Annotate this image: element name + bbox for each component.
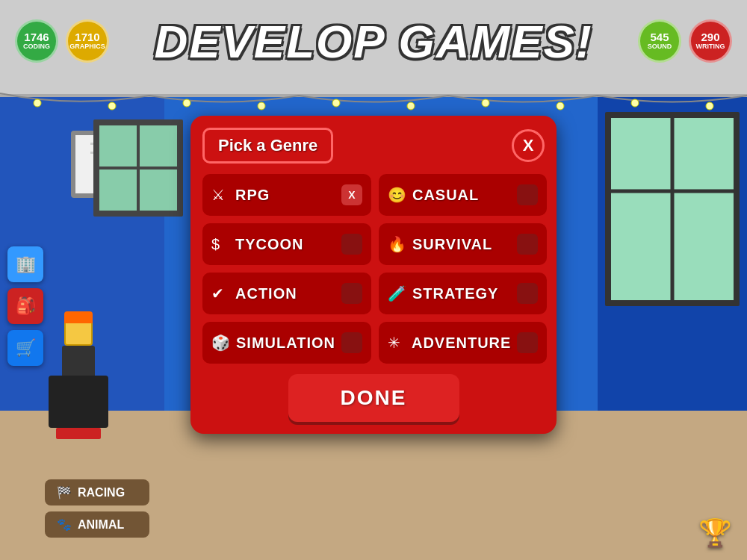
casual-label: CASUAL — [412, 187, 479, 204]
adventure-icon: ✳ — [388, 334, 406, 352]
simulation-icon: 🎲 — [211, 334, 230, 352]
modal-header: Pick a Genre X — [202, 128, 545, 164]
done-button[interactable]: DONE — [288, 374, 459, 422]
sidebar: 🏢 🎒 🛒 — [7, 246, 43, 366]
rpg-icon: ⚔ — [211, 186, 229, 204]
genre-grid: ⚔ RPG X 😊 CASUAL $ TYCOON 🔥 SURVIVAL ✔ A… — [202, 174, 545, 364]
writing-label: WRITING — [696, 43, 725, 51]
survival-icon: 🔥 — [388, 235, 406, 253]
survival-check — [517, 234, 538, 255]
adventure-check — [517, 332, 538, 353]
bottom-item-animal[interactable]: 🐾 ANIMAL — [45, 511, 149, 538]
main-title: DEVELOP GAMES! — [117, 15, 630, 68]
stat-writing: 290 WRITING — [689, 19, 732, 63]
writing-value: 290 — [701, 31, 719, 44]
bottom-item-racing[interactable]: 🏁 RACING — [45, 479, 149, 505]
sidebar-icon-bag[interactable]: 🎒 — [7, 288, 43, 324]
casual-check — [517, 184, 538, 205]
genre-action[interactable]: ✔ ACTION — [202, 273, 371, 314]
racing-icon: 🏁 — [57, 485, 72, 500]
action-label: ACTION — [235, 285, 297, 302]
sound-label: SOUND — [648, 43, 672, 51]
casual-icon: 😊 — [388, 186, 406, 204]
genre-simulation[interactable]: 🎲 SIMULATION — [202, 322, 371, 364]
action-icon: ✔ — [211, 284, 229, 302]
modal-title: Pick a Genre — [202, 128, 333, 164]
tycoon-check — [341, 234, 362, 255]
window-left — [93, 119, 183, 217]
window-right — [605, 112, 740, 306]
animal-label: ANIMAL — [78, 518, 124, 532]
trophy-icon: 🏆 — [698, 517, 732, 549]
simulation-label: SIMULATION — [236, 335, 335, 352]
adventure-label: ADVENTURE — [412, 335, 511, 352]
rpg-label: RPG — [235, 187, 270, 204]
strategy-check — [517, 283, 538, 304]
sound-value: 545 — [650, 31, 669, 44]
graphics-label: GRAPHICS — [69, 43, 105, 51]
char-head — [64, 317, 93, 346]
coding-value: 1746 — [24, 31, 49, 44]
tycoon-icon: $ — [211, 236, 229, 253]
coding-label: CODING — [23, 43, 50, 51]
char-chair — [49, 376, 108, 428]
action-check — [341, 283, 362, 304]
racing-label: RACING — [78, 486, 125, 500]
stat-graphics: 1710 GRAPHICS — [66, 19, 109, 63]
graphics-value: 1710 — [75, 31, 99, 44]
survival-label: SURVIVAL — [412, 236, 492, 253]
char-helmet — [64, 311, 93, 323]
simulation-check — [341, 332, 362, 353]
sidebar-icon-cart[interactable]: 🛒 — [7, 330, 43, 366]
close-button[interactable]: X — [512, 129, 545, 162]
sidebar-icon-building[interactable]: 🏢 — [7, 246, 43, 282]
bottom-items: 🏁 RACING 🐾 ANIMAL — [45, 479, 149, 538]
genre-modal: Pick a Genre X ⚔ RPG X 😊 CASUAL $ TYCOON… — [190, 116, 557, 434]
genre-tycoon[interactable]: $ TYCOON — [202, 223, 371, 265]
character — [45, 317, 112, 422]
genre-strategy[interactable]: 🧪 STRATEGY — [379, 273, 547, 314]
strategy-label: STRATEGY — [412, 285, 498, 302]
genre-casual[interactable]: 😊 CASUAL — [379, 174, 547, 216]
strategy-icon: 🧪 — [388, 284, 406, 302]
genre-adventure[interactable]: ✳ ADVENTURE — [379, 322, 547, 364]
header: 1746 CODING 1710 GRAPHICS DEVELOP GAMES!… — [0, 7, 747, 75]
rpg-check: X — [341, 184, 362, 205]
stat-coding: 1746 CODING — [15, 19, 58, 63]
animal-icon: 🐾 — [57, 517, 72, 532]
genre-rpg[interactable]: ⚔ RPG X — [202, 174, 371, 216]
stat-sound: 545 SOUND — [638, 19, 681, 63]
tycoon-label: TYCOON — [235, 236, 304, 253]
genre-survival[interactable]: 🔥 SURVIVAL — [379, 223, 547, 265]
